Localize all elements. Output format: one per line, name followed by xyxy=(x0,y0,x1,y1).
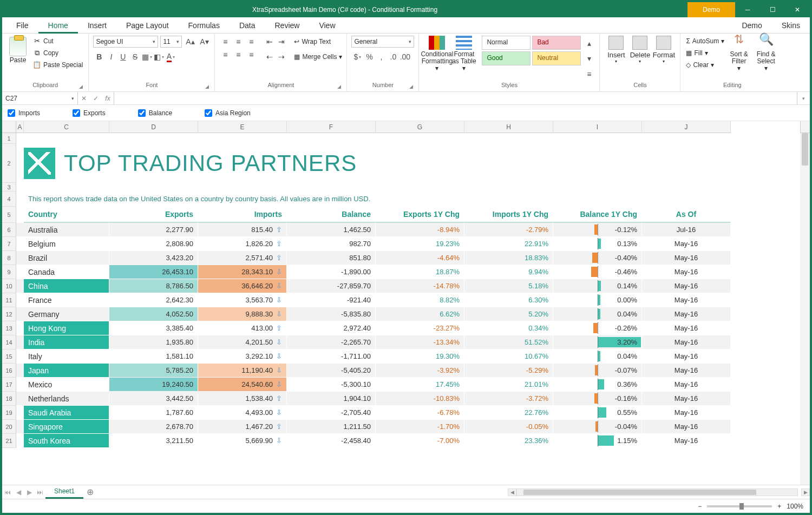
sort-filter-icon: ⇅ xyxy=(731,36,747,50)
paste-button[interactable]: Paste xyxy=(10,56,27,64)
comma-icon[interactable]: , xyxy=(375,51,387,63)
clipboard-group-label: Clipboard xyxy=(32,82,58,88)
indent-left-icon[interactable]: ⇠ xyxy=(264,51,276,63)
hscroll-right-icon[interactable]: ▶ xyxy=(801,488,810,496)
name-box[interactable]: C27▾ xyxy=(2,92,78,104)
tab-insert[interactable]: Insert xyxy=(78,17,116,33)
tab-view[interactable]: View xyxy=(309,17,345,33)
zoom-in-button[interactable]: + xyxy=(777,503,781,510)
indent-right-icon[interactable]: ⇢ xyxy=(276,51,287,63)
clipboard-launcher-icon[interactable]: ◢ xyxy=(77,84,84,90)
decrease-indent-icon[interactable]: ⇤ xyxy=(264,36,276,48)
next-tab-icon[interactable]: ▶ xyxy=(24,488,35,496)
asia-region-checkbox[interactable]: Asia Region xyxy=(205,109,251,117)
align-center-icon[interactable]: ≡ xyxy=(232,49,244,61)
cut-button[interactable]: ✂Cut xyxy=(31,36,84,47)
align-top-center-icon[interactable]: ≡ xyxy=(232,36,244,48)
spreadsheet-grid[interactable]: ACDEFGHIJ12TOP TRADING PARTNERS34This re… xyxy=(2,121,810,485)
tab-review[interactable]: Review xyxy=(265,17,310,33)
ribbon: Paste ✂Cut ⧉Copy 📋Paste Special Clipboar… xyxy=(2,34,810,92)
fill-button[interactable]: ▦Fill ▾ xyxy=(685,48,725,58)
align-top-right-icon[interactable]: ≡ xyxy=(245,36,257,48)
zoom-out-button[interactable]: − xyxy=(698,503,702,510)
enter-formula-icon[interactable]: ✓ xyxy=(90,95,102,102)
horizontal-scrollbar[interactable] xyxy=(516,488,798,496)
zoom-slider[interactable] xyxy=(707,505,772,507)
style-good[interactable]: Good xyxy=(482,51,531,65)
sheet-tab-1[interactable]: Sheet1 xyxy=(45,485,83,499)
format-as-table-icon xyxy=(456,36,472,50)
autosum-button[interactable]: ΣAutoSum ▾ xyxy=(685,36,725,47)
tab-home[interactable]: Home xyxy=(38,17,78,34)
eraser-icon: ◇ xyxy=(686,61,691,69)
fill-color-button[interactable]: ◧ xyxy=(153,51,165,63)
percent-icon[interactable]: % xyxy=(363,51,375,63)
align-right-icon[interactable]: ≡ xyxy=(245,49,257,61)
tab-formulas[interactable]: Formulas xyxy=(179,17,230,33)
hscroll-left-icon[interactable]: ◀ xyxy=(508,488,516,496)
imports-checkbox[interactable]: Imports xyxy=(8,109,40,117)
sort-filter-button[interactable]: ⇅ Sort & Filter ▾ xyxy=(725,36,752,82)
maximize-button[interactable]: ☐ xyxy=(760,2,785,17)
underline-button[interactable]: U xyxy=(117,51,129,63)
cancel-formula-icon[interactable]: ✕ xyxy=(78,95,90,102)
shrink-font-icon[interactable]: A▾ xyxy=(198,36,210,48)
number-launcher-icon[interactable]: ◢ xyxy=(408,84,414,90)
font-size-combo[interactable]: 11▾ xyxy=(160,36,182,48)
borders-button[interactable]: ▦ xyxy=(141,51,153,63)
wrap-text-button[interactable]: ↩Wrap Text xyxy=(294,36,342,48)
strike-button[interactable]: S xyxy=(129,51,141,63)
conditional-formatting-button[interactable]: Conditional Formatting ▾ xyxy=(423,36,450,82)
first-tab-icon[interactable]: ⏮ xyxy=(2,488,13,496)
formula-expand-icon[interactable]: ▾ xyxy=(797,92,810,104)
style-scroll-up-icon[interactable]: ▴ xyxy=(583,37,595,49)
clear-button[interactable]: ◇Clear ▾ xyxy=(685,60,725,70)
sheet-tab-bar: ⏮ ◀ ▶ ⏭ Sheet1 ⊕ ◀ ▶ xyxy=(2,485,810,499)
fx-icon[interactable]: fx xyxy=(102,95,114,102)
last-tab-icon[interactable]: ⏭ xyxy=(35,488,45,496)
insert-cells-button[interactable]: Insert▾ xyxy=(604,36,628,82)
currency-icon[interactable]: $ xyxy=(351,51,363,63)
font-color-button[interactable]: A xyxy=(165,51,176,63)
balance-checkbox[interactable]: Balance xyxy=(138,109,172,117)
delete-cells-button[interactable]: Delete▾ xyxy=(628,36,652,82)
align-left-icon[interactable]: ≡ xyxy=(219,49,231,61)
font-launcher-icon[interactable]: ◢ xyxy=(204,84,210,90)
demo-button[interactable]: Demo xyxy=(687,2,735,17)
style-neutral[interactable]: Neutral xyxy=(532,51,581,65)
decrease-decimal-icon[interactable]: .00 xyxy=(399,51,411,63)
style-gallery-more-icon[interactable]: ≡ xyxy=(583,68,595,80)
grow-font-icon[interactable]: A▴ xyxy=(184,36,196,48)
exports-checkbox[interactable]: Exports xyxy=(73,109,106,117)
tab-demo[interactable]: Demo xyxy=(732,17,771,33)
number-format-combo[interactable]: General▾ xyxy=(351,36,414,48)
style-normal[interactable]: Normal xyxy=(482,36,531,50)
copy-button[interactable]: ⧉Copy xyxy=(31,48,84,58)
style-scroll-down-icon[interactable]: ▾ xyxy=(583,52,595,64)
tab-file[interactable]: File xyxy=(6,17,38,33)
format-cells-button[interactable]: Format▾ xyxy=(652,36,676,82)
italic-button[interactable]: I xyxy=(105,51,117,63)
increase-indent-icon[interactable]: ⇥ xyxy=(276,36,287,48)
minimize-button[interactable]: ─ xyxy=(735,2,760,17)
merge-cells-button[interactable]: ▦Merge Cells ▾ xyxy=(294,51,342,63)
find-select-button[interactable]: 🔍 Find & Select ▾ xyxy=(752,36,780,82)
format-as-table-button[interactable]: Format as Table ▾ xyxy=(450,36,477,82)
tab-skins[interactable]: Skins xyxy=(772,17,810,33)
tab-pagelayout[interactable]: Page Layout xyxy=(116,17,179,33)
paste-special-button[interactable]: 📋Paste Special xyxy=(31,60,84,70)
tab-data[interactable]: Data xyxy=(230,17,265,33)
close-button[interactable]: ✕ xyxy=(785,2,810,17)
formula-input[interactable] xyxy=(114,92,797,104)
vertical-scrollbar[interactable] xyxy=(800,133,810,485)
prev-tab-icon[interactable]: ◀ xyxy=(13,488,24,496)
zoom-level[interactable]: 100% xyxy=(787,503,803,510)
paste-icon[interactable] xyxy=(9,37,27,56)
alignment-launcher-icon[interactable]: ◢ xyxy=(336,84,342,90)
align-top-left-icon[interactable]: ≡ xyxy=(219,36,231,48)
add-sheet-button[interactable]: ⊕ xyxy=(83,487,96,497)
increase-decimal-icon[interactable]: .0 xyxy=(387,51,399,63)
font-name-combo[interactable]: Segoe UI▾ xyxy=(93,36,158,48)
bold-button[interactable]: B xyxy=(93,51,105,63)
style-bad[interactable]: Bad xyxy=(532,36,581,50)
